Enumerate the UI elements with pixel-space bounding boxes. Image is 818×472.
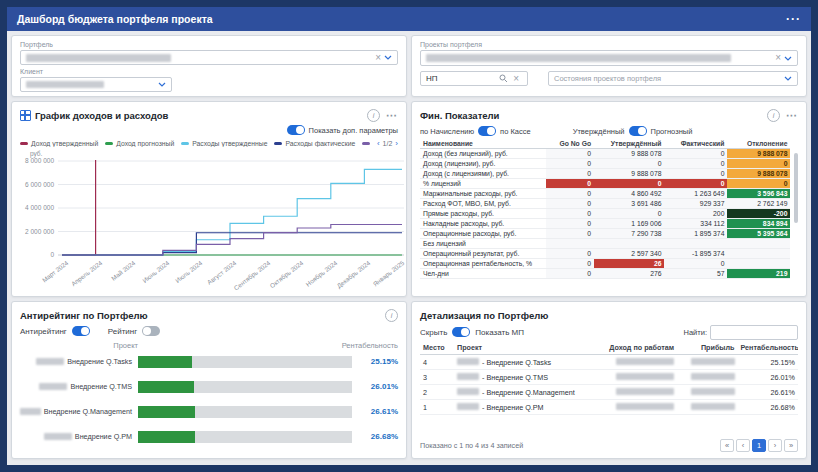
page-nav-button[interactable]: » (784, 439, 798, 452)
legend-item[interactable]: Доход прогнозный (105, 140, 174, 147)
detail-col-profit[interactable]: Прибыль (677, 341, 737, 355)
chevron-down-icon[interactable] (784, 76, 792, 81)
legend-item[interactable]: Доход утвержденный (20, 140, 98, 147)
step-chart-area: руб. 02 000 0004 000 0006 000 0008 000 0… (20, 150, 398, 290)
projects-select[interactable]: × (420, 50, 798, 66)
redacted-project-code (39, 383, 67, 390)
step-chart (58, 160, 404, 256)
fin-cell (546, 239, 594, 249)
fin-cell: 0 (727, 159, 790, 169)
project-status-select[interactable]: Состояния проектов портфеля (548, 71, 798, 86)
fin-row: Чел-дни027657219 (420, 269, 790, 279)
approved-forecast-toggle[interactable] (629, 126, 647, 136)
info-icon[interactable]: i (385, 309, 398, 322)
fin-table-scrollbar[interactable] (794, 153, 798, 223)
info-icon[interactable]: i (767, 109, 780, 122)
detail-row[interactable]: 3- Внедрение Q.TMS26.01% (420, 370, 798, 385)
search-icon[interactable] (499, 74, 508, 83)
fin-cell: 7 290 738 (594, 229, 664, 239)
chart-options-row: Показать доп. параметры (20, 123, 398, 137)
legend-next-icon[interactable]: › (395, 139, 398, 148)
search-value: НП (426, 74, 438, 83)
legend-prev-icon[interactable]: ‹ (377, 139, 380, 148)
extra-params-toggle[interactable] (287, 125, 305, 135)
show-mp-toggle[interactable] (452, 327, 470, 337)
legend-marker-icon (20, 142, 28, 145)
rating-bars: Внедрение Q.Tasks25.15%Внедрение Q.TMS26… (20, 351, 398, 451)
detail-income (590, 385, 677, 400)
fin-row: Доход (с лицензиями), руб.09 888 07809 8… (420, 169, 790, 179)
rating-panel-title: Антирейтинг по Портфелю (20, 310, 148, 321)
titlebar-menu-icon[interactable]: ··· (786, 12, 801, 26)
y-tick-label: 6 000 000 (20, 181, 54, 188)
page-nav-button[interactable]: › (768, 439, 782, 452)
detail-place: 3 (420, 370, 454, 385)
more-icon[interactable]: ⋯ (386, 109, 398, 122)
series-line-2 (62, 169, 402, 255)
legend-pager: ‹ 1/2 › (377, 139, 398, 148)
fin-cell (727, 249, 790, 259)
page-button-current[interactable]: 1 (752, 439, 766, 452)
legend-marker-icon (181, 142, 189, 145)
more-icon[interactable]: ⋯ (786, 109, 798, 122)
fin-cell: 0 (546, 159, 594, 169)
dashboard-window: Дашборд бюджета портфеля проекта ··· Пор… (0, 0, 818, 472)
accrual-label: по Начислению (420, 127, 474, 136)
fin-cell: 0 (594, 159, 664, 169)
fin-row: Без лицензий (420, 239, 790, 249)
client-select[interactable] (20, 77, 172, 92)
find-input[interactable] (710, 325, 798, 340)
detail-income (590, 400, 677, 415)
clear-icon[interactable]: × (772, 53, 784, 63)
fin-table-wrap: Наименование Go No Go Утверждённый Факти… (420, 139, 798, 290)
antirating-toggle[interactable] (72, 326, 90, 336)
fin-col-actual: Фактический (664, 139, 727, 149)
portfolio-select[interactable]: × (20, 50, 398, 65)
portfolio-detail-panel: Детализация по Портфелю Скрыть Показать … (411, 301, 807, 459)
detail-row[interactable]: 2- Внедрение Q.Management26.61% (420, 385, 798, 400)
rating-percent: 26.68% (352, 432, 398, 441)
detail-project: - Внедрение Q.Management (454, 385, 590, 400)
fin-cell: 0 (664, 149, 727, 159)
detail-profitability: 26.01% (738, 370, 799, 385)
info-icon[interactable]: i (367, 109, 380, 122)
fin-cell: 219 (727, 269, 790, 279)
legend-item[interactable]: Расходы фактические (274, 140, 355, 147)
cash-label: по Кассе (500, 127, 531, 136)
chevron-down-icon[interactable] (784, 56, 792, 61)
x-tick-label: Июнь 2024 (141, 259, 170, 284)
project-name: - Внедрение Q.PM (482, 403, 544, 412)
fin-cell: 0 (546, 229, 594, 239)
legend-item[interactable]: Расходы утвержденные (181, 140, 267, 147)
clear-icon[interactable]: × (510, 74, 522, 84)
rating-bar-row: Внедрение Q.TMS26.01% (20, 376, 398, 397)
detail-col-profitability[interactable]: Рентабельность (738, 341, 799, 355)
detail-place: 4 (420, 355, 454, 370)
rating-col-value: Рентабельность (342, 341, 398, 350)
page-nav-button[interactable]: « (720, 439, 734, 452)
fin-cell-name: Маржинальные расходы, руб. (420, 189, 546, 199)
redacted-income-value (616, 403, 674, 410)
detail-row[interactable]: 1- Внедрение Q.PM26.68% (420, 400, 798, 415)
accrual-cash-toggle[interactable] (478, 126, 496, 136)
project-search-input[interactable]: НП × (420, 71, 528, 86)
detail-row[interactable]: 4- Внедрение Q.Tasks25.15% (420, 355, 798, 370)
detail-col-project[interactable]: Проект (454, 341, 590, 355)
forecast-label: Прогнозный (651, 127, 693, 136)
fin-cell-name: Доход (лицензии), руб. (420, 159, 546, 169)
rating-toggle[interactable] (142, 326, 160, 336)
detail-profit (677, 400, 737, 415)
chevron-down-icon[interactable] (384, 55, 392, 60)
fin-cell: 0 (546, 249, 594, 259)
detail-col-income[interactable]: Доход по работам (590, 341, 677, 355)
redacted-profit-value (691, 373, 735, 380)
legend-item[interactable]: Расходы прогноз... (362, 140, 370, 147)
redacted-project-code (457, 358, 479, 365)
clear-icon[interactable]: × (372, 53, 384, 63)
detail-col-place[interactable]: Место (420, 341, 454, 355)
page-nav-button[interactable]: ‹ (736, 439, 750, 452)
fin-cell-name: % лицензий (420, 179, 546, 189)
x-tick-label: Июль 2024 (174, 259, 203, 284)
rating-col-project: Проект (20, 341, 148, 350)
chevron-down-icon[interactable] (158, 82, 166, 87)
